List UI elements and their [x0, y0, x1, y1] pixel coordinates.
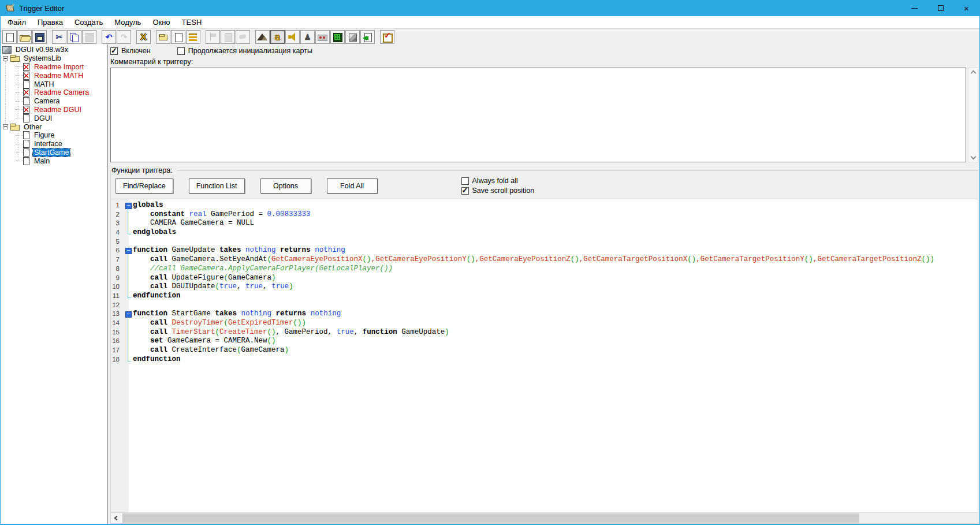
window-title: Trigger Editor: [19, 4, 64, 13]
cut-icon: ✂: [54, 32, 64, 42]
collapse-toggle-icon[interactable]: [3, 56, 8, 61]
scroll-up-icon[interactable]: [970, 70, 976, 76]
toolbar: ✂↶↷Xa♟: [1, 28, 979, 44]
code-line: 14 call DestroyTimer(GetExpiredTimer()): [111, 319, 978, 328]
trigger-editor-button[interactable]: a: [270, 30, 285, 44]
tree-node-label: Camera: [33, 97, 61, 105]
tree-node-readme-import[interactable]: Readme Import: [1, 63, 107, 72]
tree-node-figure[interactable]: Figure: [1, 131, 107, 140]
tree-node-label: StartGame: [33, 148, 70, 157]
map-init-checkbox-box[interactable]: [177, 47, 185, 55]
tree-node-dgui[interactable]: DGUI: [1, 114, 107, 122]
fold-guide: [124, 282, 133, 292]
minimize-button[interactable]: [901, 0, 927, 16]
save-scroll-position-checkbox[interactable]: Save scroll position: [461, 187, 535, 195]
tree-node-math[interactable]: MATH: [1, 80, 107, 88]
tree-node-label: Main: [33, 157, 51, 165]
fold-guide: [124, 274, 133, 283]
paste-button: [82, 30, 96, 44]
trigger-tree: DGUI v0.98.w3xSystemsLibReadme ImportRea…: [1, 44, 108, 524]
copy-button[interactable]: [67, 30, 81, 44]
tesh-settings-button[interactable]: [380, 30, 394, 44]
tree-node-label: Readme DGUI: [33, 106, 83, 114]
open-map-button[interactable]: [17, 30, 32, 44]
menu-window[interactable]: Окно: [147, 16, 176, 28]
menu-create[interactable]: Создать: [69, 16, 109, 28]
undo-button[interactable]: ↶: [102, 30, 116, 44]
maximize-button[interactable]: [927, 0, 953, 16]
line-number: 11: [111, 292, 124, 301]
comment-scrollbar[interactable]: [968, 68, 978, 162]
new-document-button[interactable]: [2, 30, 17, 44]
menu-tesh[interactable]: TESH: [176, 16, 208, 28]
code-line: 9 call UpdateFigure(GameCamera): [111, 274, 978, 283]
comment-textarea[interactable]: [110, 68, 966, 162]
tree-node-interface[interactable]: Interface: [1, 140, 107, 148]
tree-node-camera[interactable]: Camera: [1, 97, 107, 106]
delete-button[interactable]: X: [136, 30, 151, 44]
scroll-left-button[interactable]: [111, 513, 122, 523]
code-editor: 1globals2 constant real GamePeriod = 0.0…: [111, 199, 978, 523]
tree-node-other[interactable]: Other: [1, 122, 107, 131]
redo-button: ↷: [117, 30, 131, 44]
always-fold-all-box[interactable]: [461, 177, 469, 185]
function-list-button[interactable]: Function List: [189, 178, 245, 193]
ai-editor-button[interactable]: [330, 30, 345, 44]
object-editor-icon: ♟: [303, 32, 312, 42]
tree-node-dgui-v0-98-w3x[interactable]: DGUI v0.98.w3x: [1, 46, 107, 54]
fold-marker-icon[interactable]: [124, 201, 133, 210]
tree-node-systemslib[interactable]: SystemsLib: [1, 54, 107, 63]
editor-horizontal-scrollbar[interactable]: [111, 512, 978, 523]
menu-file[interactable]: Файл: [2, 16, 32, 28]
campaign-editor-button[interactable]: [315, 30, 330, 44]
enabled-checkbox-box[interactable]: [110, 47, 118, 55]
trigger-icon: [23, 148, 29, 157]
map-init-checkbox[interactable]: Продолжается инициализация карты: [177, 47, 312, 55]
object-manager-button[interactable]: [345, 30, 360, 44]
fold-all-button[interactable]: Fold All: [327, 178, 378, 193]
close-button[interactable]: ×: [953, 0, 979, 16]
line-number: 4: [111, 228, 124, 237]
tree-node-readme-camera[interactable]: Readme Camera: [1, 88, 107, 97]
code-area[interactable]: 1globals2 constant real GamePeriod = 0.0…: [111, 199, 978, 512]
terrain-editor-button[interactable]: [255, 30, 270, 44]
campaign-editor-icon: [318, 32, 327, 42]
new-category-button[interactable]: [156, 30, 170, 44]
red-x-icon: [24, 64, 28, 70]
object-editor-button[interactable]: ♟: [300, 30, 315, 44]
menu-edit[interactable]: Правка: [32, 16, 69, 28]
line-number: 10: [111, 282, 124, 292]
fold-marker-icon[interactable]: [124, 246, 133, 255]
new-comment-button[interactable]: [186, 30, 200, 44]
collapse-toggle-icon[interactable]: [3, 124, 8, 129]
trigger-icon: [23, 80, 29, 88]
import-manager-button[interactable]: [360, 30, 375, 44]
code-line: 18endfunction: [111, 355, 978, 364]
save-map-button[interactable]: [32, 30, 47, 44]
cut-button[interactable]: ✂: [52, 30, 66, 44]
enabled-checkbox[interactable]: Включен: [110, 47, 151, 55]
test-page-icon: [223, 32, 233, 42]
scrollbar-thumb[interactable]: [122, 513, 859, 523]
save-scroll-position-box[interactable]: [461, 187, 469, 195]
tree-node-main[interactable]: Main: [1, 157, 107, 165]
tree-connector: [16, 75, 23, 76]
tree-connector: [16, 92, 23, 93]
tree-node-readme-dgui[interactable]: Readme DGUI: [1, 106, 107, 114]
tree-node-startgame[interactable]: StartGame: [1, 148, 107, 157]
fold-marker-icon[interactable]: [124, 310, 133, 319]
tree-connector: [16, 152, 23, 152]
line-number: 15: [111, 328, 124, 337]
find-replace-button[interactable]: Find/Replace: [115, 178, 173, 193]
options-button[interactable]: Options: [260, 178, 311, 193]
tree-node-readme-math[interactable]: Readme MATH: [1, 71, 107, 80]
scroll-down-icon[interactable]: [970, 154, 976, 160]
menu-module[interactable]: Модуль: [109, 16, 147, 28]
always-fold-all-checkbox[interactable]: Always fold all: [461, 177, 535, 185]
tree-connector: [16, 135, 23, 136]
ai-editor-icon: [333, 32, 342, 42]
new-trigger-button[interactable]: [171, 30, 185, 44]
fold-guide: [124, 319, 133, 328]
sound-editor-button[interactable]: [285, 30, 300, 44]
code-text: endfunction: [133, 292, 181, 301]
